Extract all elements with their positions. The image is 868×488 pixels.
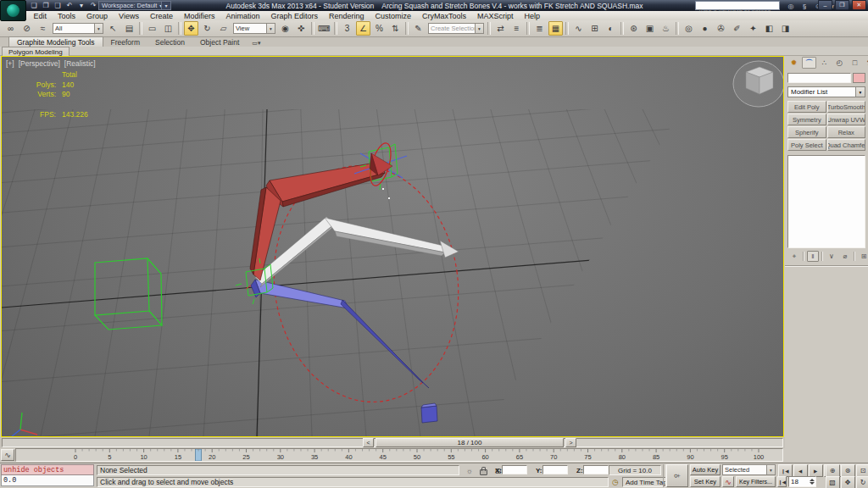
make-unique-button[interactable]: ∨ xyxy=(826,251,837,262)
menu-item[interactable]: Modifiers xyxy=(178,12,220,20)
auto-key-button[interactable]: Auto Key xyxy=(690,464,721,475)
menu-item[interactable]: Views xyxy=(114,12,145,20)
key-mode-toggle-button[interactable]: ❙◀ xyxy=(777,476,787,487)
bind-to-space-warp-button[interactable]: ≈ xyxy=(36,21,50,36)
save-file-button[interactable]: ❑ xyxy=(52,1,64,11)
ribbon-tab-graphite-modeling-tools[interactable]: Graphite Modeling Tools xyxy=(8,36,103,47)
motion-tab-button[interactable]: ◴ xyxy=(832,57,847,69)
select-by-name-button[interactable]: ▤ xyxy=(122,21,136,36)
perspective-viewport[interactable]: [+] [Perspective] [Realistic] Total Poly… xyxy=(1,56,784,437)
rectangular-selection-region-button[interactable]: ▭ xyxy=(145,21,159,36)
crytools-clip-b-button[interactable]: ◨ xyxy=(778,21,793,36)
maxscript-mini-listener[interactable]: unhide objects 0.0 xyxy=(1,464,94,487)
infocenter-search[interactable] xyxy=(695,1,780,10)
undo-flyout-button[interactable]: ▾ xyxy=(75,1,87,11)
track-bar-ruler[interactable]: 0510152025303540455055606570758085909510… xyxy=(15,448,783,462)
z-coordinate-field[interactable] xyxy=(583,465,609,474)
key-filters-button[interactable]: Key Filters... xyxy=(736,476,776,487)
crytools-globe-button[interactable]: ◎ xyxy=(682,21,696,36)
selection-lock-toggle-button[interactable] xyxy=(476,465,491,477)
workspace-dropdown[interactable]: Workspace: Default ▾ xyxy=(98,1,164,10)
modify-tab-button[interactable]: ⌒ xyxy=(802,57,816,69)
select-and-rotate-button[interactable]: ↻ xyxy=(200,21,214,36)
modifier-button[interactable]: Poly Select xyxy=(787,139,826,151)
zoom-button[interactable]: ⊕ xyxy=(826,464,840,477)
crytools-clip-a-button[interactable]: ◧ xyxy=(762,21,776,36)
select-object-button[interactable]: ↖ xyxy=(106,21,120,36)
hierarchy-tab-button[interactable]: ∴ xyxy=(817,57,832,69)
previous-frame-arrow[interactable]: < xyxy=(363,438,374,447)
undo-button[interactable]: ↶ xyxy=(64,1,75,11)
menu-item[interactable]: Customize xyxy=(370,12,417,20)
modifier-list-dropdown[interactable]: Modifier List ▾ xyxy=(787,86,865,97)
modifier-button[interactable]: Spherify xyxy=(787,126,826,138)
menu-item[interactable]: Edit xyxy=(28,12,53,20)
menu-item[interactable]: Tools xyxy=(53,12,81,20)
ribbon-minimize-button[interactable]: ▭▾ xyxy=(252,40,260,47)
open-file-button[interactable]: ❐ xyxy=(40,1,52,11)
current-frame-field[interactable]: 18 xyxy=(788,476,816,487)
menu-item[interactable]: Create xyxy=(144,12,178,20)
menu-item[interactable]: Help xyxy=(519,12,546,20)
menu-item[interactable]: MAXScript xyxy=(472,12,520,20)
selection-filter-dropdown[interactable]: All▾ xyxy=(53,23,103,34)
crytools-cloth-button[interactable]: ✇ xyxy=(714,21,728,36)
modifier-button[interactable]: TurboSmooth xyxy=(827,101,866,113)
3dsmax-logo-icon[interactable] xyxy=(0,0,26,21)
render-production-button[interactable]: ♨ xyxy=(659,21,673,36)
material-editor-button[interactable]: ◐ xyxy=(604,21,618,36)
reference-coordinate-system-dropdown[interactable]: View▾ xyxy=(233,23,275,34)
default-tangent-button[interactable]: ∿ xyxy=(722,476,734,487)
redo-button[interactable]: ↷ xyxy=(87,1,99,11)
set-key-button[interactable]: Set Key xyxy=(690,476,721,487)
zoom-extents-button[interactable]: ⊡ xyxy=(856,464,868,477)
rendered-frame-window-button[interactable]: ▣ xyxy=(643,21,657,36)
render-setup-button[interactable]: ⊛ xyxy=(626,21,641,36)
ribbon-tab-freeform[interactable]: Freeform xyxy=(103,37,147,47)
modifier-button[interactable]: Edit Poly xyxy=(787,101,826,113)
snap-toggle-3d-button[interactable]: 3 xyxy=(340,21,354,36)
percent-snap-toggle-button[interactable]: % xyxy=(372,21,387,36)
object-color-swatch[interactable] xyxy=(853,73,865,83)
zoom-all-button[interactable]: ⊛ xyxy=(841,464,855,477)
spinner-snap-toggle-button[interactable]: ⇅ xyxy=(388,21,403,36)
set-keys-button[interactable]: ♀ xyxy=(666,464,688,487)
modifier-button[interactable]: Relax xyxy=(827,126,866,138)
schematic-view-button[interactable]: ⊞ xyxy=(587,21,602,36)
time-slider-handle[interactable]: 18 / 100 xyxy=(376,438,564,447)
pin-stack-button[interactable]: ⌖ xyxy=(788,251,800,262)
align-button[interactable]: ≡ xyxy=(509,21,524,36)
menu-item[interactable]: Animation xyxy=(220,12,265,20)
graphite-ribbon-toggle-button[interactable]: ▦ xyxy=(548,21,563,36)
previous-frame-button[interactable]: ◀ xyxy=(793,464,808,477)
remove-modifier-button[interactable]: ⌀ xyxy=(839,251,851,262)
frame-spinner[interactable] xyxy=(810,479,815,485)
manage-layers-button[interactable]: ≣ xyxy=(532,21,547,36)
viewport-menu-general[interactable]: [+] xyxy=(6,59,14,68)
ribbon-tab-selection[interactable]: Selection xyxy=(147,37,192,47)
menu-item[interactable]: Rendering xyxy=(324,12,370,20)
object-name-field[interactable] xyxy=(787,73,851,83)
bone-chain-white[interactable] xyxy=(255,217,459,287)
next-frame-arrow[interactable]: > xyxy=(565,438,576,447)
modifier-button[interactable]: Quad Chamfer xyxy=(827,139,866,151)
pan-view-button[interactable]: ✥ xyxy=(841,476,855,488)
unlink-selection-button[interactable]: ⊘ xyxy=(19,21,34,36)
modifier-button[interactable]: Unwrap UVW xyxy=(827,114,866,125)
minimize-button[interactable]: – xyxy=(818,0,832,10)
viewport-menu-pov[interactable]: [Perspective] xyxy=(19,59,60,68)
modifier-stack-list[interactable] xyxy=(787,155,865,248)
end-bone-box-blue[interactable] xyxy=(421,403,437,423)
select-and-manipulate-button[interactable]: ✜ xyxy=(294,21,309,36)
named-selection-sets-dropdown[interactable]: Create Selection Se▾ xyxy=(428,23,484,34)
play-animation-button[interactable]: ▶ xyxy=(809,464,823,477)
keyboard-shortcut-override-button[interactable]: ⌨ xyxy=(317,21,331,36)
crytools-brush-button[interactable]: ✐ xyxy=(730,21,744,36)
show-end-result-button[interactable]: ‖ xyxy=(807,251,819,262)
select-and-move-button[interactable]: ✥ xyxy=(184,21,198,36)
x-coordinate-field[interactable] xyxy=(502,465,527,474)
crytools-sphere-button[interactable]: ● xyxy=(698,21,712,36)
select-and-scale-button[interactable]: ▱ xyxy=(216,21,231,36)
menu-item[interactable]: Graph Editors xyxy=(265,12,324,20)
close-button[interactable]: ✕ xyxy=(852,0,866,10)
